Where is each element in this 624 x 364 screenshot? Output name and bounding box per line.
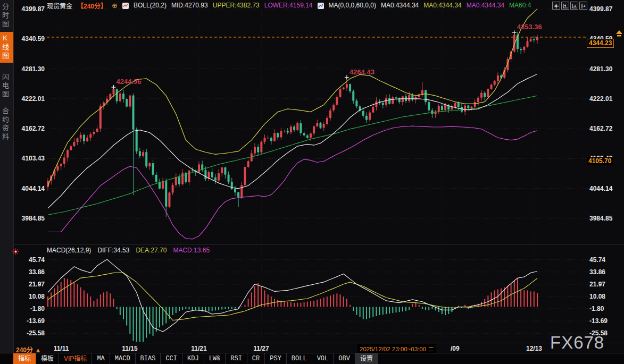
- boll-lower-value: LOWER:4159.14: [264, 2, 313, 9]
- macd-axis-label: 45.74: [18, 256, 45, 264]
- date-tick: 11/27: [253, 345, 269, 352]
- date-tick: 11/11: [54, 345, 69, 352]
- boll-upper-value: UPPER:4382.73: [213, 2, 260, 9]
- indicator-macd[interactable]: MACD: [110, 353, 136, 364]
- sidebar-item-timeline[interactable]: 分时图: [0, 1, 13, 31]
- price-axis-label: 4399.87: [589, 5, 616, 13]
- price-axis-label: 4399.87: [18, 5, 45, 13]
- indicator-cr[interactable]: CR: [247, 353, 265, 364]
- price-axis-label: 4162.72: [589, 125, 616, 132]
- sidebar-item-kline[interactable]: K线图: [0, 32, 13, 63]
- date-tick-partial: /09: [451, 345, 460, 352]
- bottom-toolbar: 指标 模板 VIP指标 MA MACD BIAS CCI KDJ LW& RSI…: [0, 353, 624, 364]
- high-annotation: 4353.36: [517, 23, 542, 31]
- price-axis-label: 4222.01: [18, 95, 45, 103]
- ma-label: MA(0,0,0,60,0,0): [329, 2, 376, 9]
- current-price-tag: 4344.23: [587, 39, 614, 48]
- macd-axis-label: 45.74: [589, 256, 616, 264]
- price-axis-label: 3984.85: [589, 215, 616, 222]
- sidebar-item-contract-info[interactable]: 合约资料: [0, 105, 13, 143]
- period-label[interactable]: 【240分】: [77, 1, 107, 10]
- scroll-to-price-icon[interactable]: [615, 29, 623, 39]
- x-axis: 240分 ▲ 11/11 11/15 11/21 11/27 12/13 /09…: [13, 343, 624, 353]
- settings-button[interactable]: 设置: [355, 353, 378, 364]
- price-axis-label: 4103.43: [18, 155, 45, 162]
- pane-divider: [13, 244, 624, 245]
- pan-mode-icon[interactable]: [552, 2, 560, 10]
- macd-axis-label: 33.86: [589, 268, 616, 276]
- boll-label: BOLL(20,2): [134, 2, 167, 9]
- macd-axis-label: 10.08: [589, 293, 616, 300]
- trading-app-window: 分时图 K线图 闪电图 合约资料 现货黄金 【240分】 ⊕ BOLL(20,2…: [0, 0, 624, 364]
- indicator-ma[interactable]: MA: [92, 353, 110, 364]
- fx678-watermark: FX678: [550, 333, 604, 353]
- sidebar: 分时图 K线图 闪电图 合约资料: [0, 0, 14, 364]
- ma-indicator-icon[interactable]: [318, 3, 324, 9]
- high-annotation: 4244.96: [116, 78, 141, 86]
- price-axis-label: 4044.14: [18, 185, 45, 192]
- high-annotation: 4264.43: [350, 68, 375, 76]
- symbol-name: 现货黄金: [47, 1, 72, 10]
- indicator-bias[interactable]: BIAS: [136, 353, 161, 364]
- date-tick: 11/21: [191, 345, 206, 352]
- indicator-cci[interactable]: CCI: [161, 353, 182, 364]
- price-axis-label: 4222.01: [589, 95, 616, 103]
- price-axis-label: 4281.30: [589, 65, 616, 73]
- macd-axis-label: 21.97: [18, 281, 45, 288]
- indicator-obv[interactable]: OBV: [334, 353, 355, 364]
- price-axis-label: 4162.72: [18, 125, 45, 132]
- macd-axis-label: -1.80: [18, 305, 45, 312]
- macd-axis-label: 33.86: [18, 268, 45, 276]
- boll-indicator-icon[interactable]: [122, 3, 129, 9]
- bar-time-tooltip: 2025/12/02 23:00~03:00 二: [357, 344, 436, 353]
- jump-to-latest-icon[interactable]: [579, 2, 587, 10]
- price-axis-label: 4044.14: [589, 185, 616, 192]
- macd-value: MACD:13.65: [173, 247, 210, 254]
- price-axis-label: 4281.30: [18, 65, 45, 73]
- macd-diff-value: DIFF:34.53: [97, 247, 129, 254]
- ma60-value: MA60:4: [509, 2, 531, 9]
- ma0-value-1: MA0:4344.34: [381, 2, 419, 9]
- date-tick: 11/15: [122, 345, 137, 352]
- indicator-header: 现货黄金 【240分】 ⊕ BOLL(20,2) MID:4270.93 UPP…: [47, 1, 531, 10]
- indicator-settings-icon[interactable]: [12, 248, 19, 257]
- add-indicator-icon[interactable]: ⊕: [112, 2, 118, 10]
- macd-axis-label: 21.97: [589, 281, 616, 288]
- macd-axis-label: -25.58: [18, 329, 45, 337]
- price-axis-label: 4340.59: [18, 35, 45, 43]
- tab-vip-indicators[interactable]: VIP指标: [59, 353, 92, 364]
- chart-svg[interactable]: [0, 0, 624, 364]
- indicator-rsi[interactable]: RSI: [226, 353, 247, 364]
- price-axis-label: 3984.85: [18, 215, 45, 222]
- tab-indicators[interactable]: 指标: [13, 353, 36, 364]
- indicator-psy[interactable]: PSY: [265, 353, 287, 364]
- date-tick: 12/13: [526, 345, 542, 352]
- indicator-kdj[interactable]: KDJ: [182, 353, 204, 364]
- sidebar-item-lightning[interactable]: 闪电图: [0, 71, 13, 101]
- indicator-vol[interactable]: VOL: [312, 353, 334, 364]
- macd-axis-label: -1.80: [589, 305, 616, 312]
- macd-header: MACD(26,12,9) DIFF:34.53 DEA:27.70 MACD:…: [47, 247, 210, 254]
- macd-label: MACD(26,12,9): [47, 247, 91, 254]
- macd-dea-value: DEA:27.70: [136, 247, 167, 254]
- boll-mid-value: MID:4270.93: [171, 2, 208, 9]
- macd-axis-label: -13.69: [18, 317, 45, 325]
- ma0-value-3: MA0:4344.34: [467, 2, 504, 9]
- indicator-lw[interactable]: LW&: [204, 353, 226, 364]
- tab-templates[interactable]: 模板: [36, 353, 59, 364]
- macd-axis-label: 10.08: [18, 293, 45, 300]
- alert-price-tag: 4105.70: [587, 157, 613, 165]
- scale-right-icon[interactable]: [570, 2, 578, 10]
- macd-axis-label: -13.69: [589, 317, 616, 325]
- ma0-value-2: MA0:4344.34: [423, 2, 461, 9]
- scale-up-icon[interactable]: [561, 2, 569, 10]
- indicator-boll[interactable]: BOLL: [287, 353, 312, 364]
